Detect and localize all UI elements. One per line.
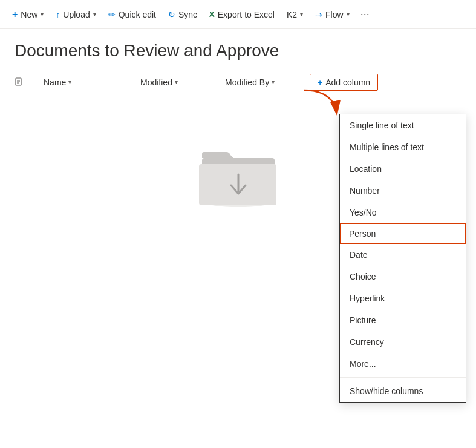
new-plus-icon: + bbox=[12, 9, 18, 20]
dropdown-item-date[interactable]: Date bbox=[340, 244, 466, 266]
export-button[interactable]: X Export to Excel bbox=[204, 6, 279, 23]
dropdown-item-currency[interactable]: Currency bbox=[340, 331, 466, 353]
empty-folder-illustration bbox=[190, 131, 287, 209]
upload-chevron-icon: ▾ bbox=[93, 11, 96, 18]
new-label: New bbox=[21, 10, 37, 19]
dropdown-item-number[interactable]: Number bbox=[340, 180, 466, 202]
dropdown-item-multi-line[interactable]: Multiple lines of text bbox=[340, 136, 466, 158]
dropdown-item-yes-no[interactable]: Yes/No bbox=[340, 202, 466, 223]
excel-icon: X bbox=[209, 10, 215, 19]
quick-edit-icon: ✏ bbox=[108, 10, 116, 19]
page-title-area: Documents to Review and Approve bbox=[0, 29, 476, 70]
add-column-label: Add column bbox=[325, 77, 370, 87]
quick-edit-label: Quick edit bbox=[119, 10, 156, 19]
dropdown-item-picture[interactable]: Picture bbox=[340, 309, 466, 331]
col-modified-chevron: ▾ bbox=[175, 79, 178, 85]
col-modified-by-chevron: ▾ bbox=[272, 79, 275, 85]
sync-label: Sync bbox=[178, 10, 197, 19]
more-button[interactable]: ··· bbox=[357, 4, 373, 24]
page-title: Documents to Review and Approve bbox=[15, 41, 461, 61]
flow-chevron-icon: ▾ bbox=[347, 11, 350, 18]
dropdown-item-choice[interactable]: Choice bbox=[340, 266, 466, 288]
col-name-chevron: ▾ bbox=[68, 79, 71, 85]
add-column-button[interactable]: + Add column bbox=[310, 74, 378, 91]
dropdown-divider bbox=[340, 377, 466, 378]
dropdown-item-single-line[interactable]: Single line of text bbox=[340, 114, 466, 136]
col-modified-by-header[interactable]: Modified By ▾ bbox=[220, 77, 305, 87]
upload-button[interactable]: ↑ Upload ▾ bbox=[51, 6, 100, 23]
col-modified-by-label: Modified By bbox=[225, 77, 269, 87]
row-icon-col bbox=[15, 77, 39, 87]
upload-label: Upload bbox=[63, 10, 90, 19]
col-name-header[interactable]: Name ▾ bbox=[39, 77, 135, 87]
column-headers: Name ▾ Modified ▾ Modified By ▾ + Add co… bbox=[0, 70, 476, 94]
add-column-dropdown: Single line of text Multiple lines of te… bbox=[339, 114, 466, 403]
k2-label: K2 bbox=[287, 10, 297, 19]
quick-edit-button[interactable]: ✏ Quick edit bbox=[103, 6, 161, 23]
col-name-label: Name bbox=[44, 77, 66, 87]
new-chevron-icon: ▾ bbox=[41, 11, 44, 18]
dropdown-item-hyperlink[interactable]: Hyperlink bbox=[340, 288, 466, 309]
dropdown-item-more[interactable]: More... bbox=[340, 353, 466, 375]
col-modified-header[interactable]: Modified ▾ bbox=[135, 77, 220, 87]
upload-icon: ↑ bbox=[56, 10, 60, 19]
flow-label: Flow bbox=[325, 10, 344, 19]
dropdown-item-show-hide[interactable]: Show/hide columns bbox=[340, 380, 466, 402]
add-column-plus-icon: + bbox=[318, 77, 322, 87]
dropdown-item-location[interactable]: Location bbox=[340, 158, 466, 180]
dropdown-item-person[interactable]: Person bbox=[340, 223, 466, 244]
col-modified-label: Modified bbox=[140, 77, 172, 87]
export-label: Export to Excel bbox=[218, 10, 275, 19]
k2-button[interactable]: K2 ▾ bbox=[282, 6, 308, 23]
flow-button[interactable]: ⇢ Flow ▾ bbox=[310, 6, 354, 23]
k2-chevron-icon: ▾ bbox=[300, 11, 303, 18]
sync-button[interactable]: ↻ Sync bbox=[163, 6, 202, 23]
flow-icon: ⇢ bbox=[315, 10, 322, 19]
toolbar: + New ▾ ↑ Upload ▾ ✏ Quick edit ↻ Sync X… bbox=[0, 0, 476, 29]
new-button[interactable]: + New ▾ bbox=[7, 5, 48, 24]
sync-icon: ↻ bbox=[168, 10, 175, 19]
